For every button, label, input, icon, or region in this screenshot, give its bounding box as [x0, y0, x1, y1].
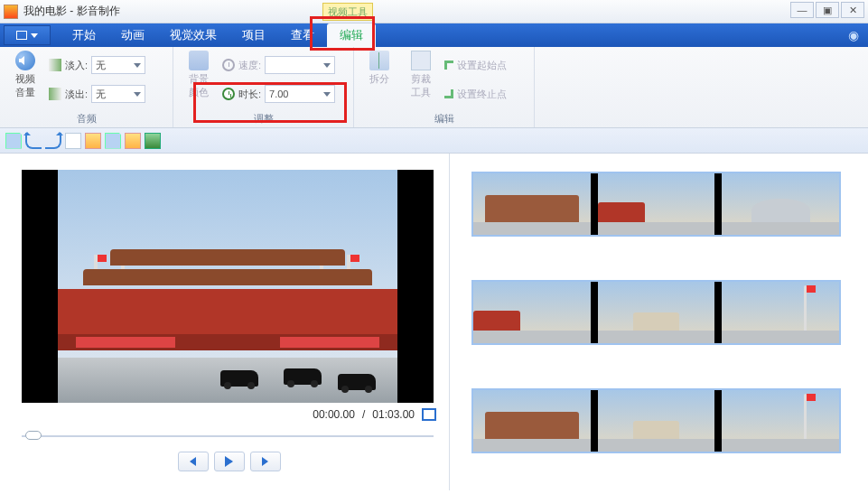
file-menu-button[interactable] [4, 25, 51, 45]
fadein-label: 淡入: [65, 59, 88, 72]
speed-combo [265, 56, 335, 74]
video-volume-button[interactable]: 视频 音量 [7, 51, 43, 99]
storyboard-pane [450, 154, 868, 490]
qat-icon-4[interactable] [145, 133, 161, 149]
clip-thumbnail[interactable] [473, 390, 591, 452]
clip-thumbnail[interactable] [714, 173, 839, 235]
duration-label: 时长: [238, 88, 261, 101]
clip-thumbnail[interactable] [473, 173, 591, 235]
bgcolor-icon [189, 51, 209, 70]
redo-icon[interactable] [45, 133, 61, 149]
clip-row [471, 280, 841, 345]
fadeout-label: 淡出: [65, 88, 88, 101]
scrub-bar[interactable] [22, 430, 434, 443]
tab-edit[interactable]: 编辑 [327, 23, 376, 47]
minimize-button[interactable]: — [790, 2, 814, 18]
playback-controls [22, 452, 436, 471]
trim-button: 剪裁 工具 [403, 51, 439, 99]
scrub-thumb[interactable] [25, 431, 42, 440]
quick-access-toolbar [0, 128, 868, 154]
set-start-icon [444, 61, 453, 70]
ribbon: 视频 音量 淡入: 无 淡出: 无 音频 背景 颜色 [0, 47, 868, 128]
clip-thumbnail[interactable] [714, 390, 839, 452]
context-tab-video-tools[interactable]: 视频工具 [322, 3, 373, 21]
preview-monitor [22, 170, 434, 403]
tab-start[interactable]: 开始 [60, 23, 108, 47]
preview-pane: 00:00.00/01:03.00 [0, 154, 450, 490]
window-title: 我的电影 - 影音制作 [23, 4, 120, 19]
qat-icon-2[interactable] [105, 133, 121, 149]
titlebar: 我的电影 - 影音制作 视频工具 — ▣ ✕ [0, 0, 868, 23]
work-area: 00:00.00/01:03.00 [0, 154, 868, 490]
clip-thumbnail[interactable] [473, 282, 591, 343]
preview-image [58, 170, 397, 403]
clip-thumbnail[interactable] [714, 282, 839, 343]
clip-thumbnail[interactable] [591, 173, 715, 235]
save-icon[interactable] [5, 133, 22, 149]
duration-combo[interactable]: 7.00 [265, 85, 335, 103]
set-end-icon [444, 89, 453, 98]
next-frame-button[interactable] [250, 452, 281, 471]
clock-icon [222, 88, 235, 100]
tab-animation[interactable]: 动画 [108, 23, 157, 47]
bgcolor-button: 背景 颜色 [181, 51, 217, 99]
speed-icon [222, 59, 235, 71]
edit-group-label: 编辑 [361, 112, 527, 127]
clip-row [471, 388, 841, 453]
trim-icon [411, 51, 431, 70]
time-display: 00:00.00/01:03.00 [22, 408, 436, 421]
maximize-button[interactable]: ▣ [816, 2, 839, 18]
time-total: 01:03.00 [372, 408, 415, 421]
split-icon [369, 51, 389, 70]
tab-view[interactable]: 查看 [278, 23, 327, 47]
help-icon[interactable]: ◉ [848, 28, 859, 42]
new-icon[interactable] [65, 133, 81, 149]
qat-icon-1[interactable] [85, 133, 101, 149]
fullscreen-icon[interactable] [422, 408, 436, 421]
clip-row [471, 172, 841, 237]
tab-project[interactable]: 项目 [229, 23, 278, 47]
set-start-button: 设置起始点 [444, 54, 507, 76]
undo-icon[interactable] [25, 133, 42, 149]
tab-visual-effects[interactable]: 视觉效果 [157, 23, 229, 47]
play-button[interactable] [214, 452, 245, 471]
split-button: 拆分 [361, 51, 397, 86]
fadein-icon [49, 59, 61, 71]
speaker-icon [15, 51, 35, 70]
app-icon [4, 5, 18, 19]
prev-frame-button[interactable] [178, 452, 209, 471]
time-current: 00:00.00 [313, 408, 355, 421]
fadeout-icon [49, 88, 61, 100]
set-end-button: 设置终止点 [444, 83, 507, 105]
speed-label: 速度: [238, 59, 261, 72]
qat-icon-3[interactable] [125, 133, 141, 149]
adjust-group-label: 调整 [181, 112, 346, 127]
clip-thumbnail[interactable] [591, 282, 715, 343]
fadein-combo[interactable]: 无 [91, 56, 145, 74]
clip-thumbnail[interactable] [591, 390, 715, 452]
close-button[interactable]: ✕ [841, 2, 864, 18]
audio-group-label: 音频 [7, 112, 165, 127]
fadeout-combo[interactable]: 无 [91, 85, 145, 103]
tab-bar: 开始 动画 视觉效果 项目 查看 编辑 ◉ [0, 23, 868, 47]
